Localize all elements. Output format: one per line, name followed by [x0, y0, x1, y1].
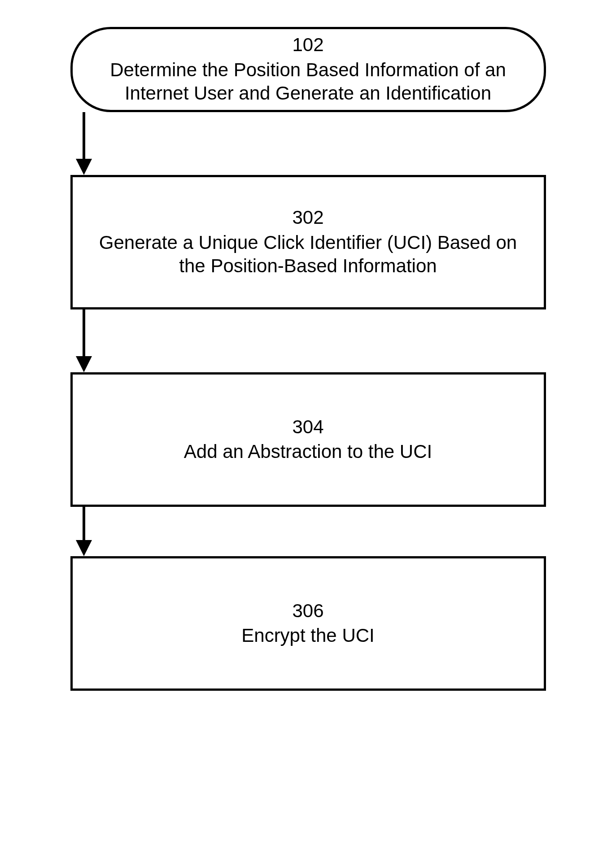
node-label: Determine the Position Based Information…: [86, 58, 530, 105]
node-label: Add an Abstraction to the UCI: [184, 440, 432, 464]
node-number: 102: [292, 34, 323, 56]
node-102: 102 Determine the Position Based Informa…: [70, 27, 546, 112]
node-label: Generate a Unique Click Identifier (UCI)…: [86, 231, 530, 278]
node-304: 304 Add an Abstraction to the UCI: [70, 372, 546, 507]
node-302: 302 Generate a Unique Click Identifier (…: [70, 175, 546, 309]
node-number: 306: [292, 600, 323, 622]
arrow-icon: [70, 507, 546, 556]
svg-marker-1: [76, 159, 92, 175]
node-label: Encrypt the UCI: [241, 624, 374, 648]
svg-marker-3: [76, 356, 92, 372]
node-number: 302: [292, 206, 323, 229]
arrow-icon: [70, 309, 546, 372]
arrow-icon: [70, 112, 546, 175]
node-number: 304: [292, 416, 323, 438]
node-306: 306 Encrypt the UCI: [70, 556, 546, 691]
flowchart: 102 Determine the Position Based Informa…: [70, 27, 546, 691]
svg-marker-5: [76, 540, 92, 556]
